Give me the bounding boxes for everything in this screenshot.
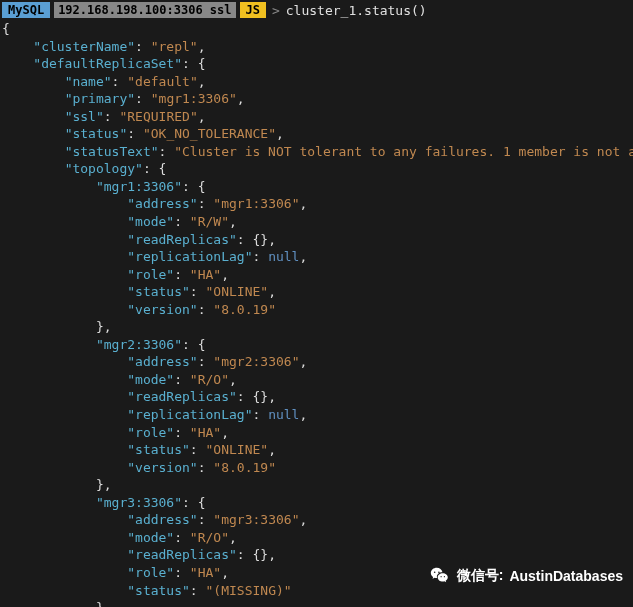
- mysql-badge: MySQL: [2, 2, 50, 18]
- wechat-icon: [429, 565, 451, 587]
- watermark-label: 微信号:: [457, 567, 504, 585]
- js-badge: JS: [240, 2, 266, 18]
- prompt-arrow: >: [272, 3, 280, 18]
- command-input[interactable]: cluster_1.status(): [286, 3, 427, 18]
- host-badge: 192.168.198.100:3306 ssl: [54, 2, 235, 18]
- watermark-value: AustinDatabases: [509, 568, 623, 584]
- prompt-line: MySQL 192.168.198.100:3306 ssl JS > clus…: [2, 2, 631, 18]
- json-output: { "clusterName": "repl", "defaultReplica…: [2, 20, 631, 607]
- watermark: 微信号: AustinDatabases: [429, 565, 623, 587]
